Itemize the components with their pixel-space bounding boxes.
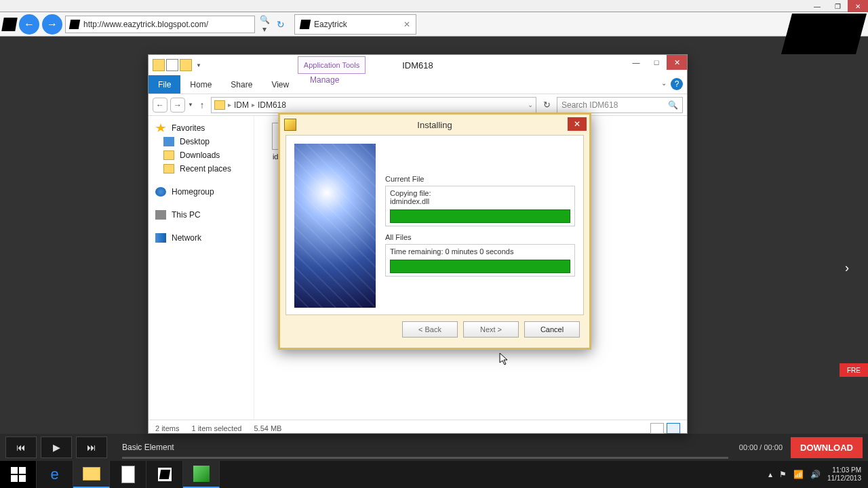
ribbon-tab-view[interactable]: View bbox=[262, 75, 298, 94]
track-title: Basic Element bbox=[122, 443, 174, 452]
tab-title: Eazytrick bbox=[314, 20, 347, 29]
explorer-ribbon: File Home Share View Manage ⌄ ? bbox=[149, 75, 687, 94]
tab-favicon-icon bbox=[300, 20, 311, 29]
address-url: http://www.eazytrick.blogspot.com/ bbox=[83, 20, 208, 29]
installer-titlebar[interactable]: Installing ✕ bbox=[280, 115, 589, 135]
browser-back-button[interactable]: ← bbox=[19, 14, 39, 35]
site-favicon-icon bbox=[1, 18, 18, 31]
slider-free-badge: FRE bbox=[840, 363, 868, 377]
recent-icon bbox=[163, 164, 174, 174]
media-track[interactable]: Basic Element bbox=[122, 443, 728, 452]
slider-next-button[interactable]: › bbox=[835, 256, 859, 279]
taskbar-notepad-button[interactable] bbox=[110, 461, 146, 488]
sidebar-item-recent[interactable]: Recent places bbox=[149, 162, 254, 176]
next-button[interactable]: Next > bbox=[463, 321, 519, 338]
sidebar-item-favorites[interactable]: Favorites bbox=[149, 121, 254, 135]
tray-volume-icon[interactable]: 🔊 bbox=[810, 470, 821, 479]
sidebar-item-network[interactable]: Network bbox=[149, 231, 254, 245]
browser-refresh-button[interactable]: ↻ bbox=[274, 19, 288, 30]
taskbar-app-button[interactable] bbox=[146, 461, 183, 488]
explorer-close-button[interactable]: ✕ bbox=[667, 55, 687, 70]
breadcrumb[interactable]: ▸ IDM ▸ IDM618 ⌄ bbox=[211, 97, 536, 113]
folder-icon bbox=[163, 150, 174, 160]
search-dropdown-icon[interactable]: 🔍▾ bbox=[258, 15, 271, 34]
application-tools-tab[interactable]: Application Tools bbox=[298, 56, 366, 74]
sidebar-item-desktop[interactable]: Desktop bbox=[149, 135, 254, 148]
explorer-sidebar: Favorites Desktop Downloads Recent place… bbox=[149, 116, 254, 420]
media-next-button[interactable]: ⏭ bbox=[76, 436, 107, 458]
explorer-search-input[interactable]: Search IDM618 🔍 bbox=[557, 97, 683, 113]
copying-label: Copying file: bbox=[390, 189, 570, 197]
browser-tab[interactable]: Eazytrick ✕ bbox=[294, 14, 416, 35]
outer-restore-button[interactable]: ❐ bbox=[827, 0, 848, 12]
nav-back-button[interactable]: ← bbox=[153, 98, 167, 113]
explorer-maximize-button[interactable]: □ bbox=[646, 55, 667, 70]
download-button[interactable]: DOWNLOAD bbox=[791, 437, 863, 458]
media-prev-button[interactable]: ⏮ bbox=[5, 436, 37, 458]
setup-icon bbox=[193, 466, 210, 482]
explorer-statusbar: 2 items 1 item selected 5.54 MB bbox=[149, 420, 687, 436]
ribbon-tab-home[interactable]: Home bbox=[180, 75, 221, 94]
explorer-titlebar[interactable]: ▼ Application Tools IDM618 — □ ✕ bbox=[149, 55, 687, 75]
tray-network-icon[interactable]: 📶 bbox=[793, 470, 804, 479]
installer-body: Current File Copying file: idmindex.dll … bbox=[285, 135, 584, 315]
qat-dropdown-icon[interactable]: ▼ bbox=[193, 62, 204, 68]
installer-icon bbox=[284, 119, 296, 131]
tray-chevron-icon[interactable]: ▴ bbox=[768, 470, 772, 479]
installer-title: Installing bbox=[417, 120, 452, 130]
breadcrumb-segment-2[interactable]: IDM618 bbox=[258, 100, 286, 110]
view-details-button[interactable] bbox=[650, 423, 664, 434]
search-placeholder: Search IDM618 bbox=[561, 100, 618, 110]
ribbon-collapse-icon[interactable]: ⌄ bbox=[661, 79, 667, 87]
nav-forward-button[interactable]: → bbox=[170, 98, 185, 113]
tray-time: 11:03 PM bbox=[827, 466, 861, 474]
nav-up-button[interactable]: ↑ bbox=[196, 100, 208, 110]
taskbar-explorer-button[interactable] bbox=[73, 461, 110, 488]
media-time: 00:00 / 00:00 bbox=[739, 443, 783, 451]
start-button[interactable] bbox=[0, 461, 37, 488]
tray-flag-icon[interactable]: ⚑ bbox=[779, 470, 787, 479]
sidebar-item-thispc[interactable]: This PC bbox=[149, 208, 254, 222]
back-button[interactable]: < Back bbox=[402, 321, 458, 338]
help-button[interactable]: ? bbox=[671, 78, 683, 90]
ribbon-tab-file[interactable]: File bbox=[149, 75, 180, 94]
sidebar-item-homegroup[interactable]: Homegroup bbox=[149, 185, 254, 199]
taskbar-installer-button[interactable] bbox=[183, 461, 220, 488]
tray-clock[interactable]: 11:03 PM 11/12/2013 bbox=[827, 466, 861, 483]
star-icon bbox=[155, 123, 166, 133]
explorer-title: IDM618 bbox=[402, 60, 433, 70]
nav-history-dropdown[interactable]: ▼ bbox=[188, 102, 193, 108]
z-icon bbox=[158, 468, 172, 481]
seek-bar[interactable] bbox=[122, 457, 728, 459]
properties-icon[interactable] bbox=[166, 59, 178, 71]
view-icons-button[interactable] bbox=[667, 423, 680, 434]
breadcrumb-sep-icon[interactable]: ▸ bbox=[228, 101, 231, 108]
ribbon-tab-manage[interactable]: Manage bbox=[300, 75, 349, 85]
cancel-button[interactable]: Cancel bbox=[524, 321, 580, 338]
path-refresh-button[interactable]: ↻ bbox=[539, 100, 554, 110]
folder-icon[interactable] bbox=[153, 59, 165, 71]
taskbar: e ▴ ⚑ 📶 🔊 11:03 PM 11/12/2013 bbox=[0, 461, 868, 488]
sidebar-item-downloads[interactable]: Downloads bbox=[149, 148, 254, 162]
quick-access-toolbar: ▼ bbox=[153, 59, 204, 71]
tab-close-button[interactable]: ✕ bbox=[403, 20, 410, 29]
media-play-button[interactable]: ▶ bbox=[41, 436, 72, 458]
status-selected: 1 item selected bbox=[191, 424, 241, 432]
installer-close-button[interactable]: ✕ bbox=[568, 117, 587, 131]
current-file-progress bbox=[390, 209, 570, 223]
ribbon-tab-share[interactable]: Share bbox=[221, 75, 262, 94]
time-remaining: Time remaining: 0 minutes 0 seconds bbox=[390, 247, 570, 256]
breadcrumb-segment-1[interactable]: IDM bbox=[234, 100, 249, 110]
new-folder-icon[interactable] bbox=[180, 59, 192, 71]
outer-close-button[interactable]: ✕ bbox=[848, 0, 868, 12]
explorer-minimize-button[interactable]: — bbox=[626, 55, 646, 70]
breadcrumb-sep-icon[interactable]: ▸ bbox=[252, 101, 255, 108]
taskbar-ie-button[interactable]: e bbox=[37, 461, 73, 488]
browser-forward-button[interactable]: → bbox=[42, 14, 62, 35]
logo-overlay-icon bbox=[781, 14, 867, 54]
outer-minimize-button[interactable]: — bbox=[807, 0, 827, 12]
installer-dialog: Installing ✕ Current File Copying file: … bbox=[278, 113, 591, 350]
address-bar[interactable]: http://www.eazytrick.blogspot.com/ bbox=[65, 16, 255, 33]
breadcrumb-dropdown-icon[interactable]: ⌄ bbox=[528, 101, 533, 108]
notepad-icon bbox=[121, 466, 135, 483]
